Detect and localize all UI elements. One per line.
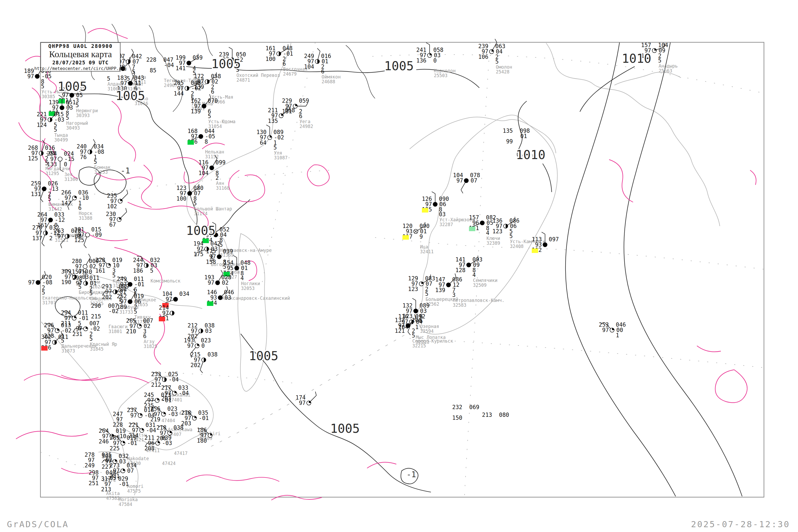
station-circle-icon (210, 166, 214, 170)
cloud-quarter-icon (75, 196, 77, 198)
cloud-quarter-icon (109, 263, 111, 265)
station-plot: 23597102 (107, 190, 128, 210)
isobar-label: 1005 (186, 224, 216, 238)
coast-anadyr (614, 72, 681, 85)
station-name: Большой Шантар (194, 206, 232, 211)
cloud-code-value: 5 (134, 308, 137, 315)
station-circle-icon (60, 106, 64, 110)
station-plot: 24197136058030Коркодон25503 (416, 42, 456, 78)
wind-barb-feather (408, 332, 411, 335)
cloud-half-icon (207, 79, 209, 84)
dewpoint-value: 249 (84, 462, 95, 469)
grads-credit: GrADS/COLA (7, 519, 69, 529)
temperature-value: 213 (482, 412, 492, 418)
station-id: 32215 (412, 343, 426, 348)
station-id: 31825 (144, 344, 157, 349)
station-name: Зея (64, 172, 73, 177)
cloud-quarter-icon (140, 413, 142, 416)
station-plot: 2409776034-0815Бомнак31253 (77, 139, 110, 175)
station-circle-icon (464, 178, 469, 183)
station-id: 30393 (76, 113, 90, 118)
station-id: 31388 (79, 215, 92, 221)
cloud-quarter-icon (157, 398, 159, 400)
cloud-code-value: 5 (193, 200, 197, 207)
precip-marker-green (188, 140, 194, 145)
cloud-code-value: 5 (48, 196, 51, 202)
cloud-code-value: 5 (273, 145, 277, 151)
station-name: Morioka (119, 497, 138, 502)
station-plot: 16197100048-0126Восточная24679 (265, 44, 307, 77)
weather-code-value: 1 (415, 324, 419, 330)
dewpoint-value: 104 (304, 63, 314, 70)
dewpoint-value: 215 (91, 314, 101, 320)
cloud-quarter-icon (164, 412, 166, 414)
station-id: 32389 (487, 241, 500, 246)
station-plot: 26897125016-0825Магдагачи31295 (28, 140, 70, 176)
station-name: Александровск-Сахалинский (222, 296, 290, 301)
wind-barb-feather (495, 39, 497, 42)
cloud-quarter-icon (57, 328, 59, 331)
isobar-label: 1010 (622, 51, 651, 66)
cloud-half-icon (172, 311, 174, 315)
station-plot: 21497211 (159, 305, 174, 322)
cloud-code-value: 5 (94, 159, 97, 165)
wind-barb-feather (42, 243, 44, 246)
station-plot: 29897251040-05Akita47582 (89, 470, 120, 501)
wind-barb-feather (229, 47, 232, 49)
isobar-big-east-2 (624, 42, 742, 496)
cloud-code-value: 5 (107, 76, 110, 82)
station-id: 47417 (174, 451, 188, 456)
station-plot: 25397046001 (599, 322, 626, 339)
tendency-value: -01 (127, 440, 137, 446)
coast-sakhalin (238, 233, 267, 391)
cloud-code-value: 3 (452, 292, 456, 298)
wind-barb-feather (194, 339, 195, 343)
cloud-quarter-icon (197, 344, 199, 346)
station-id: 31801 (109, 329, 122, 334)
isobar-label: 1005 (58, 79, 87, 94)
station-name: Бомнак (94, 165, 110, 170)
pressure-value: 068 (285, 107, 295, 114)
wind-barb-feather (60, 244, 62, 248)
pressure-value: 038 (208, 352, 217, 358)
station-id: 31174 (194, 211, 208, 216)
dewpoint-value: 139 (435, 287, 445, 293)
dewpoint-value: 231 (72, 331, 82, 337)
station-name: Гвасюги (109, 324, 128, 329)
station-plot: 194971750420325Богородское (193, 241, 241, 267)
dewpoint-value: 144 (174, 91, 184, 97)
cloud-code-value: 5 (54, 127, 57, 133)
dewpoint-value: 158 (206, 259, 216, 265)
cloud-quarter-icon (295, 104, 298, 106)
isobar-label: 1005 (330, 421, 360, 436)
weather-code-value: 0 (89, 269, 92, 275)
pressure-value: 097 (549, 236, 559, 243)
cloud-code-value: 2 (215, 175, 219, 181)
station-circle-icon (433, 202, 437, 206)
station-id: 32594 (420, 328, 434, 334)
station-id: 31168 (216, 185, 230, 191)
station-name: Екатерино-Никольское (42, 295, 97, 301)
station-circle-icon (188, 191, 192, 195)
cloud-half-icon (90, 150, 92, 154)
dewpoint-value: 106 (478, 54, 488, 60)
pressure-value: 059 (299, 98, 309, 104)
station-id: 31300 (64, 177, 78, 182)
station-id: 47584 (119, 502, 132, 507)
station-id: 31253 (94, 169, 108, 175)
dewpoint-value: 137 (32, 235, 42, 242)
dewpoint-value: 100 (176, 195, 187, 202)
station-circle-icon (467, 263, 471, 267)
dewpoint-value: 202 (190, 362, 201, 368)
tendency-value: -03 (162, 440, 172, 446)
station-circle-icon (543, 243, 547, 247)
pressure-prefix-value: 97 (456, 177, 463, 184)
station-plot: 17497 (296, 392, 316, 406)
precip-marker-green (58, 99, 65, 103)
cloud-half-icon (45, 231, 48, 235)
wind-barb-feather (89, 254, 91, 257)
weather-code-value: 0 (64, 161, 67, 168)
cloud-code-value: 5 (495, 58, 499, 65)
wind-barb-feather (315, 392, 316, 396)
cloud-code-value: 4 (472, 272, 476, 278)
